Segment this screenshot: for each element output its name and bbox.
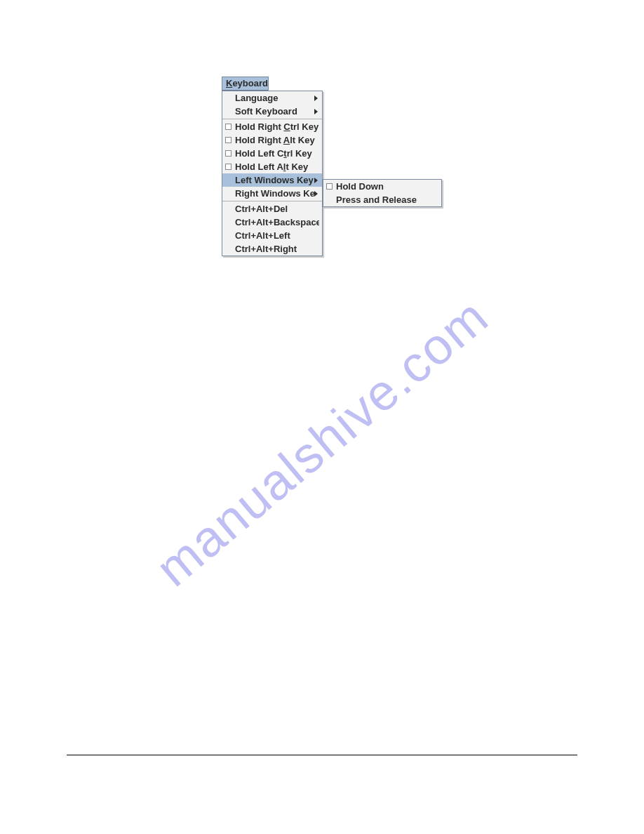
menu-item-hold-left-alt[interactable]: Hold Left Alt Key: [222, 160, 322, 173]
menu-item-label: Hold Left Alt Key: [235, 161, 319, 172]
menu-separator: [222, 119, 322, 119]
menu-item-ctrl-alt-del[interactable]: Ctrl+Alt+Del: [222, 202, 322, 216]
submenu-item-hold-down[interactable]: Hold Down: [323, 180, 441, 193]
menu-item-label: Language: [235, 93, 314, 103]
checkbox-icon: [225, 124, 232, 130]
menu-item-label: Ctrl+Alt+Del: [235, 204, 319, 214]
menu-item-hold-right-alt[interactable]: Hold Right Alt Key: [222, 133, 322, 147]
menu-item-label: Ctrl+Alt+Backspace: [235, 217, 319, 227]
page-footer-rule: [67, 755, 577, 755]
checkbox-icon: [326, 183, 333, 190]
menu-item-ctrl-alt-right[interactable]: Ctrl+Alt+Right: [222, 242, 322, 256]
menubar-keyboard-button[interactable]: Keyboard: [222, 77, 269, 91]
menu-item-label: Left Windows Key: [235, 175, 314, 185]
submenu-item-press-and-release[interactable]: Press and Release: [323, 193, 441, 206]
keyboard-menu: Language Soft Keyboard Hold Right Ctrl K…: [222, 91, 323, 256]
menu-item-label: Hold Right Ctrl Key: [235, 121, 319, 132]
menu-item-label: Soft Keyboard: [235, 106, 314, 117]
submenu-arrow-icon: [314, 191, 318, 197]
menu-item-label: Right Windows Key: [235, 188, 314, 199]
checkbox-icon: [225, 164, 232, 170]
submenu-arrow-icon: [314, 178, 318, 183]
watermark-text: manualshive.com: [145, 287, 499, 597]
checkbox-icon: [225, 150, 232, 157]
menu-item-hold-right-ctrl[interactable]: Hold Right Ctrl Key: [222, 120, 322, 133]
menu-item-ctrl-alt-left[interactable]: Ctrl+Alt+Left: [222, 229, 322, 242]
menubar-keyboard-label: eyboard: [232, 78, 268, 88]
submenu-arrow-icon: [314, 95, 318, 101]
menu-item-left-windows-key[interactable]: Left Windows Key: [222, 173, 322, 187]
menu-item-soft-keyboard[interactable]: Soft Keyboard: [222, 105, 322, 118]
menu-item-right-windows-key[interactable]: Right Windows Key: [222, 187, 322, 200]
menu-separator: [222, 201, 322, 201]
checkbox-icon: [225, 137, 232, 143]
menubar-keyboard-mnemonic: K: [226, 78, 232, 88]
menu-item-label: Press and Release: [336, 194, 417, 205]
submenu-arrow-icon: [314, 109, 318, 114]
menu-item-label: Hold Down: [336, 181, 384, 192]
menu-item-label: Hold Left Ctrl Key: [235, 148, 319, 159]
menu-item-hold-left-ctrl[interactable]: Hold Left Ctrl Key: [222, 147, 322, 160]
menu-item-ctrl-alt-backspace[interactable]: Ctrl+Alt+Backspace: [222, 216, 322, 229]
menu-item-label: Ctrl+Alt+Left: [235, 230, 319, 241]
menu-item-label: Hold Right Alt Key: [235, 135, 319, 145]
menu-item-language[interactable]: Language: [222, 91, 322, 105]
menu-item-label: Ctrl+Alt+Right: [235, 244, 319, 254]
left-windows-submenu: Hold Down Press and Release: [323, 179, 442, 207]
